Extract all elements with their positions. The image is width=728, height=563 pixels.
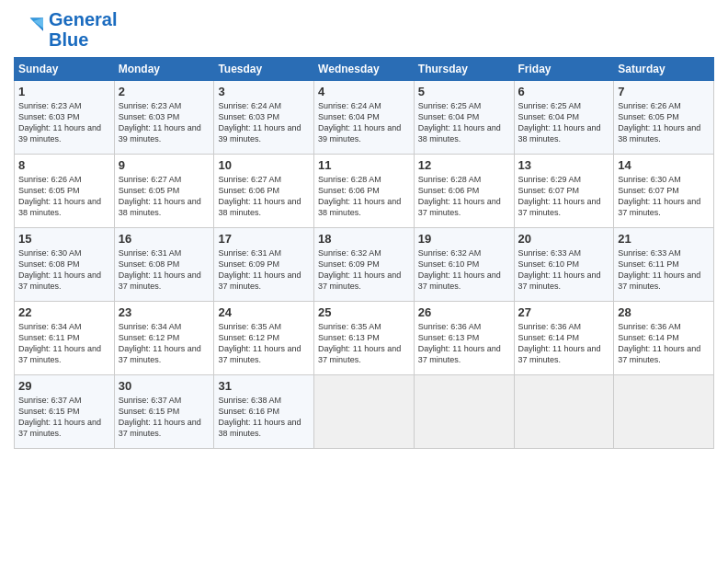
logo-icon <box>14 15 43 44</box>
logo-text: General Blue <box>49 9 117 50</box>
calendar-cell: 28Sunrise: 6:36 AMSunset: 6:14 PMDayligh… <box>614 302 714 375</box>
cell-text: Sunrise: 6:36 AMSunset: 6:14 PMDaylight:… <box>618 322 700 364</box>
day-number: 2 <box>119 85 210 98</box>
calendar-cell: 14Sunrise: 6:30 AMSunset: 6:07 PMDayligh… <box>614 155 714 228</box>
col-header-sunday: Sunday <box>15 58 115 81</box>
calendar-cell: 24Sunrise: 6:35 AMSunset: 6:12 PMDayligh… <box>214 302 314 375</box>
cell-text: Sunrise: 6:25 AMSunset: 6:04 PMDaylight:… <box>518 101 601 144</box>
cell-text: Sunrise: 6:26 AMSunset: 6:05 PMDaylight:… <box>18 175 101 217</box>
day-number: 26 <box>418 305 510 319</box>
calendar-cell: 4Sunrise: 6:24 AMSunset: 6:04 PMDaylight… <box>314 81 415 155</box>
cell-text: Sunrise: 6:24 AMSunset: 6:03 PMDaylight:… <box>218 101 301 144</box>
cell-text: Sunrise: 6:32 AMSunset: 6:10 PMDaylight:… <box>418 248 501 291</box>
week-row-1: 1Sunrise: 6:23 AMSunset: 6:03 PMDaylight… <box>15 81 714 155</box>
cell-text: Sunrise: 6:28 AMSunset: 6:06 PMDaylight:… <box>318 175 401 217</box>
calendar-cell: 30Sunrise: 6:37 AMSunset: 6:15 PMDayligh… <box>114 375 214 449</box>
calendar-cell: 21Sunrise: 6:33 AMSunset: 6:11 PMDayligh… <box>614 228 714 302</box>
col-header-friday: Friday <box>514 58 614 81</box>
cell-text: Sunrise: 6:24 AMSunset: 6:04 PMDaylight:… <box>318 101 401 144</box>
cell-text: Sunrise: 6:26 AMSunset: 6:05 PMDaylight:… <box>618 101 700 144</box>
calendar-cell: 1Sunrise: 6:23 AMSunset: 6:03 PMDaylight… <box>15 81 115 155</box>
cell-text: Sunrise: 6:31 AMSunset: 6:09 PMDaylight:… <box>218 248 301 291</box>
day-number: 8 <box>18 158 110 172</box>
cell-text: Sunrise: 6:37 AMSunset: 6:15 PMDaylight:… <box>18 396 101 438</box>
day-number: 19 <box>418 232 510 246</box>
day-number: 15 <box>18 232 110 246</box>
cell-text: Sunrise: 6:35 AMSunset: 6:12 PMDaylight:… <box>218 322 301 364</box>
logo: General Blue <box>14 9 117 50</box>
calendar-cell: 29Sunrise: 6:37 AMSunset: 6:15 PMDayligh… <box>15 375 115 449</box>
calendar-cell: 25Sunrise: 6:35 AMSunset: 6:13 PMDayligh… <box>314 302 415 375</box>
week-row-5: 29Sunrise: 6:37 AMSunset: 6:15 PMDayligh… <box>15 375 714 449</box>
calendar-cell: 27Sunrise: 6:36 AMSunset: 6:14 PMDayligh… <box>514 302 614 375</box>
day-number: 6 <box>518 85 610 98</box>
cell-text: Sunrise: 6:37 AMSunset: 6:15 PMDaylight:… <box>119 396 201 438</box>
calendar-cell: 10Sunrise: 6:27 AMSunset: 6:06 PMDayligh… <box>214 155 314 228</box>
calendar-cell: 6Sunrise: 6:25 AMSunset: 6:04 PMDaylight… <box>514 81 614 155</box>
day-number: 5 <box>418 85 510 98</box>
day-number: 21 <box>618 232 710 246</box>
day-number: 25 <box>318 305 410 319</box>
cell-text: Sunrise: 6:31 AMSunset: 6:08 PMDaylight:… <box>119 248 201 291</box>
col-header-wednesday: Wednesday <box>314 58 415 81</box>
calendar-cell: 2Sunrise: 6:23 AMSunset: 6:03 PMDaylight… <box>114 81 214 155</box>
day-number: 20 <box>518 232 610 246</box>
cell-text: Sunrise: 6:33 AMSunset: 6:10 PMDaylight:… <box>518 248 601 291</box>
calendar-cell: 18Sunrise: 6:32 AMSunset: 6:09 PMDayligh… <box>314 228 415 302</box>
day-number: 16 <box>119 232 210 246</box>
cell-text: Sunrise: 6:36 AMSunset: 6:13 PMDaylight:… <box>418 322 501 364</box>
calendar-cell: 26Sunrise: 6:36 AMSunset: 6:13 PMDayligh… <box>414 302 514 375</box>
cell-text: Sunrise: 6:38 AMSunset: 6:16 PMDaylight:… <box>218 396 301 438</box>
calendar-cell: 13Sunrise: 6:29 AMSunset: 6:07 PMDayligh… <box>514 155 614 228</box>
cell-text: Sunrise: 6:27 AMSunset: 6:06 PMDaylight:… <box>218 175 301 217</box>
calendar-cell: 9Sunrise: 6:27 AMSunset: 6:05 PMDaylight… <box>114 155 214 228</box>
calendar-cell: 16Sunrise: 6:31 AMSunset: 6:08 PMDayligh… <box>114 228 214 302</box>
calendar-cell: 15Sunrise: 6:30 AMSunset: 6:08 PMDayligh… <box>15 228 115 302</box>
day-number: 28 <box>618 305 710 319</box>
day-number: 17 <box>218 232 310 246</box>
cell-text: Sunrise: 6:25 AMSunset: 6:04 PMDaylight:… <box>418 101 501 144</box>
col-header-monday: Monday <box>114 58 214 81</box>
cell-text: Sunrise: 6:35 AMSunset: 6:13 PMDaylight:… <box>318 322 401 364</box>
day-number: 24 <box>218 305 310 319</box>
cell-text: Sunrise: 6:23 AMSunset: 6:03 PMDaylight:… <box>119 101 201 144</box>
day-number: 13 <box>518 158 610 172</box>
calendar-cell: 31Sunrise: 6:38 AMSunset: 6:16 PMDayligh… <box>214 375 314 449</box>
calendar-cell: 23Sunrise: 6:34 AMSunset: 6:12 PMDayligh… <box>114 302 214 375</box>
day-number: 27 <box>518 305 610 319</box>
day-number: 11 <box>318 158 410 172</box>
cell-text: Sunrise: 6:32 AMSunset: 6:09 PMDaylight:… <box>318 248 401 291</box>
col-header-tuesday: Tuesday <box>214 58 314 81</box>
day-number: 9 <box>119 158 210 172</box>
calendar-cell <box>414 375 514 449</box>
week-row-4: 22Sunrise: 6:34 AMSunset: 6:11 PMDayligh… <box>15 302 714 375</box>
day-number: 29 <box>18 379 110 393</box>
col-header-saturday: Saturday <box>614 58 714 81</box>
day-number: 30 <box>119 379 210 393</box>
col-header-thursday: Thursday <box>414 58 514 81</box>
cell-text: Sunrise: 6:34 AMSunset: 6:12 PMDaylight:… <box>119 322 201 364</box>
cell-text: Sunrise: 6:23 AMSunset: 6:03 PMDaylight:… <box>18 101 101 144</box>
week-row-3: 15Sunrise: 6:30 AMSunset: 6:08 PMDayligh… <box>15 228 714 302</box>
day-number: 14 <box>618 158 710 172</box>
day-number: 31 <box>218 379 310 393</box>
calendar-cell: 17Sunrise: 6:31 AMSunset: 6:09 PMDayligh… <box>214 228 314 302</box>
calendar-cell: 5Sunrise: 6:25 AMSunset: 6:04 PMDaylight… <box>414 81 514 155</box>
calendar-cell <box>614 375 714 449</box>
header: General Blue <box>14 9 714 50</box>
calendar-cell: 19Sunrise: 6:32 AMSunset: 6:10 PMDayligh… <box>414 228 514 302</box>
cell-text: Sunrise: 6:27 AMSunset: 6:05 PMDaylight:… <box>119 175 201 217</box>
calendar-cell: 7Sunrise: 6:26 AMSunset: 6:05 PMDaylight… <box>614 81 714 155</box>
day-number: 12 <box>418 158 510 172</box>
week-row-2: 8Sunrise: 6:26 AMSunset: 6:05 PMDaylight… <box>15 155 714 228</box>
header-row: SundayMondayTuesdayWednesdayThursdayFrid… <box>15 58 714 81</box>
cell-text: Sunrise: 6:33 AMSunset: 6:11 PMDaylight:… <box>618 248 700 291</box>
calendar-cell: 11Sunrise: 6:28 AMSunset: 6:06 PMDayligh… <box>314 155 415 228</box>
calendar-cell: 22Sunrise: 6:34 AMSunset: 6:11 PMDayligh… <box>15 302 115 375</box>
calendar-table: SundayMondayTuesdayWednesdayThursdayFrid… <box>14 57 714 449</box>
calendar-cell: 20Sunrise: 6:33 AMSunset: 6:10 PMDayligh… <box>514 228 614 302</box>
cell-text: Sunrise: 6:34 AMSunset: 6:11 PMDaylight:… <box>18 322 101 364</box>
day-number: 22 <box>18 305 110 319</box>
calendar-cell: 3Sunrise: 6:24 AMSunset: 6:03 PMDaylight… <box>214 81 314 155</box>
calendar-cell <box>514 375 614 449</box>
